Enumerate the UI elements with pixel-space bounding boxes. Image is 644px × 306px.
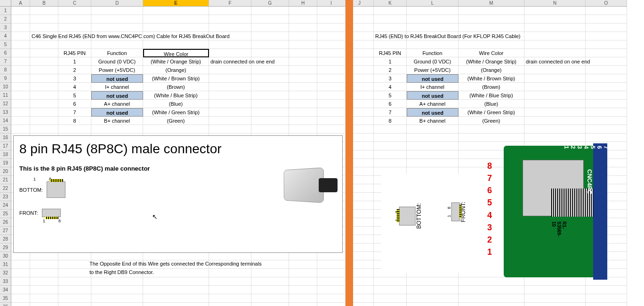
cell-H11[interactable]	[289, 91, 317, 100]
cell-G10[interactable]	[251, 83, 289, 91]
cell-O34[interactable]	[586, 286, 627, 294]
cell-H13[interactable]	[289, 108, 317, 117]
cell-F11[interactable]	[209, 91, 251, 100]
cell-H30[interactable]	[289, 252, 317, 260]
cell-L8[interactable]: Power (+5VDC)	[407, 66, 459, 74]
cell-K16[interactable]	[374, 133, 407, 142]
cell-N6[interactable]	[524, 49, 586, 57]
cell-M14[interactable]: (Green)	[459, 117, 524, 125]
cell-F2[interactable]	[209, 15, 251, 24]
cell-B32[interactable]	[30, 269, 58, 277]
cell-L11[interactable]: not used	[407, 91, 459, 100]
cell-E33[interactable]	[143, 277, 209, 286]
cell-F12[interactable]	[209, 100, 251, 108]
row-header-19[interactable]: 19	[0, 159, 11, 167]
cell-K36[interactable]	[374, 303, 407, 306]
cell-M10[interactable]: (Brown)	[459, 83, 524, 91]
cell-B35[interactable]	[30, 294, 58, 303]
cell-B14[interactable]	[30, 117, 58, 125]
cell-H10[interactable]	[289, 83, 317, 91]
cell-B6[interactable]	[30, 49, 58, 57]
cell-C7[interactable]: 1	[58, 57, 91, 66]
cell-A30[interactable]	[11, 252, 30, 260]
cell-F33[interactable]	[209, 277, 251, 286]
cell-A10[interactable]	[11, 83, 30, 91]
cell-M7[interactable]: (White / Orange Strip)	[459, 57, 524, 66]
cell-D6[interactable]: Function	[91, 49, 143, 57]
col-header-C[interactable]: C	[58, 0, 91, 7]
cell-D11[interactable]: not used	[91, 91, 143, 100]
row-header-7[interactable]: 7	[0, 57, 11, 66]
row-header-4[interactable]: 4	[0, 32, 11, 40]
row-header-13[interactable]: 13	[0, 108, 11, 117]
cell-O16[interactable]	[586, 133, 627, 142]
cell-H8[interactable]	[289, 66, 317, 74]
row-header-34[interactable]: 34	[0, 286, 11, 294]
cell-M9[interactable]: (White / Brown Strip)	[459, 74, 524, 83]
cell-F10[interactable]	[209, 83, 251, 91]
cell-N36[interactable]	[524, 303, 586, 306]
cell-C5[interactable]	[58, 40, 91, 49]
cell-K6[interactable]: RJ45 PIN	[374, 49, 407, 57]
row-header-21[interactable]: 21	[0, 176, 11, 184]
cell-A12[interactable]	[11, 100, 30, 108]
cell-A33[interactable]	[11, 277, 30, 286]
cell-I32[interactable]	[317, 269, 346, 277]
cell-L17[interactable]	[407, 142, 459, 150]
cell-F9[interactable]	[209, 74, 251, 83]
cell-E13[interactable]: (White / Green Strip)	[143, 108, 209, 117]
row-header-11[interactable]: 11	[0, 91, 11, 100]
cell-D33[interactable]	[91, 277, 143, 286]
cell-A32[interactable]	[11, 269, 30, 277]
col-header-E[interactable]: E	[143, 0, 209, 7]
cell-K13[interactable]: 7	[374, 108, 407, 117]
cell-E36[interactable]	[143, 303, 209, 306]
cell-O7[interactable]	[586, 57, 627, 66]
cell-M4[interactable]	[459, 32, 524, 40]
cell-O2[interactable]	[586, 15, 627, 24]
cell-I8[interactable]	[317, 66, 346, 74]
cell-F1[interactable]	[209, 7, 251, 15]
cell-H14[interactable]	[289, 117, 317, 125]
cell-O1[interactable]	[586, 7, 627, 15]
cell-L1[interactable]	[407, 7, 459, 15]
cell-E6[interactable]: Wire Color	[143, 49, 209, 57]
cell-G34[interactable]	[251, 286, 289, 294]
cell-G1[interactable]	[251, 7, 289, 15]
cell-I33[interactable]	[317, 277, 346, 286]
cell-I15[interactable]	[317, 125, 346, 133]
cell-K3[interactable]	[374, 24, 407, 32]
cell-K2[interactable]	[374, 15, 407, 24]
cell-C9[interactable]: 3	[58, 74, 91, 83]
cell-L10[interactable]: I+ channel	[407, 83, 459, 91]
cell-N9[interactable]	[524, 74, 586, 83]
cell-H5[interactable]	[289, 40, 317, 49]
cell-K12[interactable]: 6	[374, 100, 407, 108]
cell-H7[interactable]	[289, 57, 317, 66]
cell-L4[interactable]	[407, 32, 459, 40]
row-header-3[interactable]: 3	[0, 24, 11, 32]
cell-O4[interactable]	[586, 32, 627, 40]
cell-L36[interactable]	[407, 303, 459, 306]
cell-C31[interactable]	[58, 260, 91, 269]
cell-G4[interactable]	[251, 32, 289, 40]
cell-A5[interactable]	[11, 40, 30, 49]
cell-H3[interactable]	[289, 24, 317, 32]
cell-B8[interactable]	[30, 66, 58, 74]
col-header-D[interactable]: D	[91, 0, 143, 7]
cell-B36[interactable]	[30, 303, 58, 306]
col-header-A[interactable]: A	[11, 0, 30, 7]
cell-I7[interactable]	[317, 57, 346, 66]
cell-M6[interactable]: Wire Color	[459, 49, 524, 57]
cell-M15[interactable]	[459, 125, 524, 133]
cell-A4[interactable]	[11, 32, 30, 40]
row-header-16[interactable]: 16	[0, 133, 11, 142]
cell-O14[interactable]	[586, 117, 627, 125]
col-header-F[interactable]: F	[209, 0, 251, 7]
row-header-5[interactable]: 5	[0, 40, 11, 49]
cell-I10[interactable]	[317, 83, 346, 91]
cell-L35[interactable]	[407, 294, 459, 303]
cell-B34[interactable]	[30, 286, 58, 294]
col-header-B[interactable]: B	[30, 0, 58, 7]
cell-E8[interactable]: (Orange)	[143, 66, 209, 74]
